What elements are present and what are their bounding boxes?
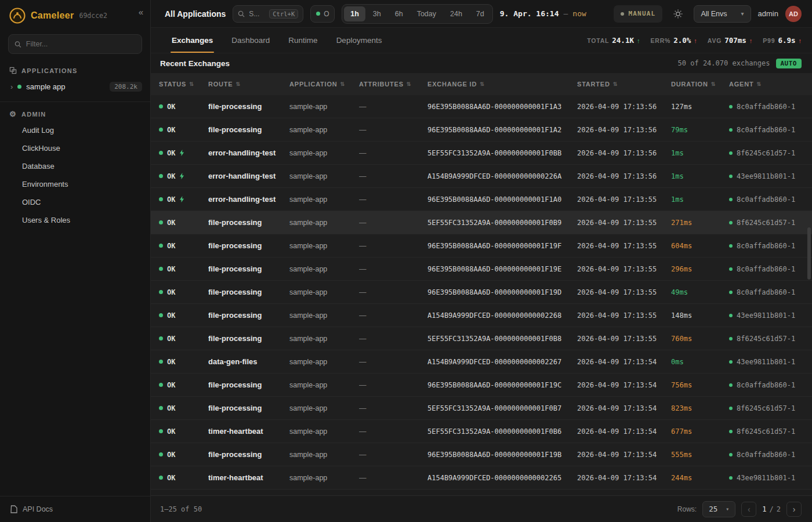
agent-cell: 8c0affadb860-1 <box>729 381 812 389</box>
search-input[interactable] <box>249 10 265 18</box>
table-row[interactable]: OKfile-processingsample-app—96E395B0088A… <box>151 443 812 466</box>
tab-dashboard[interactable]: Dashboard <box>222 28 279 53</box>
refresh-mode-button[interactable]: MANUAL <box>614 5 662 23</box>
scrollbar-thumb[interactable] <box>807 227 811 280</box>
status-label: OK <box>167 474 175 482</box>
search-icon <box>238 10 245 17</box>
agent-cell: 8f6245c61d57-1 <box>729 149 812 157</box>
online-indicator[interactable]: O <box>310 5 335 23</box>
agent-status-dot <box>729 383 733 387</box>
column-header-exchange-id[interactable]: EXCHANGE ID⇅ <box>427 81 577 88</box>
sidebar-item-environments[interactable]: Environments <box>0 175 150 193</box>
agent-status-dot <box>729 360 733 364</box>
status-ok-dot <box>159 429 163 433</box>
agent-status-dot <box>729 244 733 248</box>
status-cell: OK <box>159 149 208 157</box>
sidebar-item-audit-log[interactable]: Audit Log <box>0 121 150 139</box>
column-header-duration[interactable]: DURATION⇅ <box>671 81 729 88</box>
page-title: All Applications <box>165 9 226 19</box>
sort-icon: ⇅ <box>613 81 618 87</box>
agent-status-dot <box>729 198 733 201</box>
agent-name: 43ee9811b801-1 <box>737 172 795 180</box>
sidebar-item-database[interactable]: Database <box>0 157 150 175</box>
global-search[interactable]: Ctrl+K <box>233 5 303 23</box>
sidebar-item-users-roles[interactable]: Users & Roles <box>0 211 150 229</box>
table-row[interactable]: OKfile-processingsample-app—96E395B0088A… <box>151 118 812 142</box>
prev-page-button[interactable]: ‹ <box>741 502 756 517</box>
time-range-today[interactable]: Today <box>411 6 443 21</box>
duration-cell: 756ms <box>671 381 729 389</box>
tab-deployments[interactable]: Deployments <box>327 28 392 53</box>
column-header-started[interactable]: STARTED⇅ <box>577 81 671 88</box>
table-row[interactable]: OKfile-processingsample-app—96E395B0088A… <box>151 234 812 258</box>
application-cell: sample-app <box>289 358 359 366</box>
agent-cell: 43ee9811b801-1 <box>729 311 812 320</box>
app-label: sample app <box>26 82 65 91</box>
table-row[interactable]: OKfile-processingsample-app—96E395B0088A… <box>151 374 812 397</box>
application-cell: sample-app <box>289 474 359 482</box>
table-row[interactable]: OKtimer-heartbeatsample-app—A154B9A999DF… <box>151 466 812 490</box>
theme-toggle-button[interactable] <box>669 5 687 23</box>
column-header-attributes[interactable]: ATTRIBUTES⇅ <box>359 81 427 88</box>
api-docs-link[interactable]: API Docs <box>0 496 150 522</box>
table-row[interactable]: OKfile-processingsample-app—96E395B0088A… <box>151 281 812 304</box>
exchange-id-cell: 96E395B0088AA6D-000000000001F1A0 <box>427 195 577 204</box>
time-range-3h[interactable]: 3h <box>367 6 387 21</box>
column-header-application[interactable]: APPLICATION⇅ <box>289 81 359 88</box>
application-cell: sample-app <box>289 219 359 227</box>
sidebar-item-oidc[interactable]: OIDC <box>0 193 150 211</box>
column-header-route[interactable]: ROUTE⇅ <box>208 81 289 88</box>
time-range-7d[interactable]: 7d <box>470 6 491 21</box>
time-window[interactable]: 9. Apr. 16:14 — now <box>500 9 586 18</box>
section-header: Recent Exchanges 50 of 24.070 exchanges … <box>151 53 812 73</box>
table-row[interactable]: OKfile-processingsample-app—96E395B0088A… <box>151 258 812 281</box>
time-range-1h[interactable]: 1h <box>344 6 365 21</box>
table-row[interactable]: OKtimer-heartbeatsample-app—5EF55FC31352… <box>151 420 812 443</box>
column-header-status[interactable]: STATUS⇅ <box>159 81 208 88</box>
tab-runtime[interactable]: Runtime <box>279 28 327 53</box>
exchange-id-cell: 96E395B0088AA6D-000000000001F1A2 <box>427 126 577 134</box>
table-footer: 1–25 of 50 Rows: 25 ▾ ‹ 1 / 2 › <box>151 495 812 522</box>
route-cell: file-processing <box>208 264 289 273</box>
user-avatar[interactable]: AD <box>785 6 802 22</box>
table-row[interactable]: OKfile-processingsample-app—5EF55FC31352… <box>151 327 812 350</box>
route-cell: file-processing <box>208 125 289 134</box>
env-select[interactable]: All Envs ▾ <box>694 5 751 23</box>
time-range-6h[interactable]: 6h <box>389 6 409 21</box>
chevron-right-icon: › <box>10 82 13 91</box>
agent-status-dot <box>729 151 733 155</box>
document-icon <box>10 505 17 513</box>
agent-status-dot <box>729 267 733 271</box>
table-row[interactable]: OKfile-processingsample-app—96E395B0088A… <box>151 95 812 118</box>
table-row[interactable]: OKdata-gen-filessample-app—A154B9A999DFC… <box>151 350 812 374</box>
duration-cell: 148ms <box>671 311 729 320</box>
table-row[interactable]: OKfile-processingsample-app—5EF55FC31352… <box>151 397 812 420</box>
agent-status-dot <box>729 175 733 178</box>
table-row[interactable]: OKerror-handling-testsample-app—A154B9A9… <box>151 165 812 188</box>
duration-cell: 555ms <box>671 451 729 459</box>
duration-cell: 1ms <box>671 149 729 157</box>
table-row[interactable]: OKfile-processingsample-app—5EF55FC31352… <box>151 211 812 234</box>
status-ok-dot <box>159 244 163 248</box>
next-page-button[interactable]: › <box>786 502 802 517</box>
sidebar-item-sample-app[interactable]: › sample app 208.2k <box>0 78 150 96</box>
auto-refresh-badge[interactable]: AUTO <box>776 59 802 68</box>
column-header-agent[interactable]: AGENT⇅ <box>729 81 812 88</box>
time-range-24h[interactable]: 24h <box>444 6 469 21</box>
online-label: O <box>324 10 329 18</box>
status-cell: OK <box>159 474 208 482</box>
rows-per-page-select[interactable]: 25 ▾ <box>702 501 735 517</box>
status-cell: OK <box>159 358 208 366</box>
route-cell: file-processing <box>208 102 289 111</box>
tab-exchanges[interactable]: Exchanges <box>162 28 222 53</box>
table-row[interactable]: OKerror-handling-testsample-app—5EF55FC3… <box>151 142 812 165</box>
sidebar-filter[interactable] <box>8 34 142 54</box>
sidebar-collapse-button[interactable]: « <box>139 7 143 17</box>
sidebar-item-clickhouse[interactable]: ClickHouse <box>0 139 150 157</box>
table-row[interactable]: OKerror-handling-testsample-app—96E395B0… <box>151 188 812 211</box>
agent-name: 8f6245c61d57-1 <box>737 219 795 227</box>
table-row[interactable]: OKfile-processingsample-app—A154B9A999DF… <box>151 304 812 327</box>
attributes-cell: — <box>359 149 427 157</box>
online-dot <box>316 12 320 16</box>
filter-input[interactable] <box>26 40 136 48</box>
